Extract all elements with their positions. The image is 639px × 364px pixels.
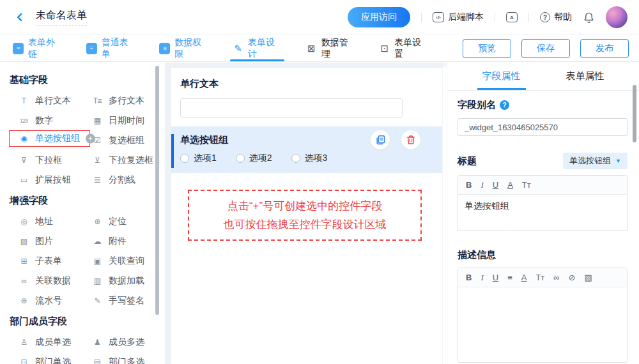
radio-option-1[interactable]: 选项1 [180,153,217,164]
font-size-icon[interactable]: Tт [522,180,531,190]
publish-button[interactable]: 发布 [580,39,629,58]
canvas-scrollbar-thumb[interactable] [443,66,447,364]
sidebar-item-attachment[interactable]: ☁ 附件 [83,231,165,251]
backend-script-label: 后端脚本 [448,11,484,23]
sidebar-item-single-line-text[interactable]: T 单行文本 [10,91,83,110]
italic-icon[interactable]: I [481,273,483,283]
data-manage-icon: ⊠ [306,43,317,54]
form-canvas[interactable]: 单行文本 单选按钮组 选项1 选项2 [171,68,442,364]
link-icon[interactable]: ∞ [553,273,559,282]
help-button[interactable]: ? 帮助 [540,11,572,23]
sidebar-item-member-single[interactable]: ♙ 成员单选 [10,332,83,352]
underline-icon[interactable]: U [493,273,498,282]
title-editor-content[interactable]: 单选按钮组 [458,195,627,231]
title-field-dropdown[interactable]: 单选按钮组 ▼ [563,153,627,169]
description-label: 描述信息 [458,249,627,261]
description-editor-toolbar: B I U ≡ A Tт ∞ ⊘ ▧ [458,268,627,287]
font-color-icon[interactable]: A [507,180,513,190]
number-icon: 123 [17,118,30,124]
insert-image-icon[interactable]: ▧ [584,273,592,282]
sidebar-item-member-multi[interactable]: ♟ 成员多选 [83,332,165,352]
tab-data-permission[interactable]: ılı 数据权限 [159,35,208,61]
font-size-icon[interactable]: Tт [535,273,544,282]
alias-help-icon[interactable]: ? [500,100,509,110]
sidebar-item-radio-group[interactable]: ◉ 单选按钮组 + [9,130,90,147]
backend-script-button[interactable]: ‹/› 后端脚本 [433,11,484,23]
notification-button[interactable] [583,11,595,24]
unlink-icon[interactable]: ⊘ [569,273,576,282]
sidebar-item-linked-data[interactable]: ∞ 关联数据 [10,271,83,291]
underline-icon[interactable]: U [493,180,498,190]
app-access-button[interactable]: 应用访问 [348,7,410,27]
dept-multi-icon: ▤ [91,358,104,364]
font-color-icon[interactable]: A [521,273,527,282]
radio-option-2[interactable]: 选项2 [236,153,272,164]
preview-button[interactable]: 预览 [463,39,511,58]
back-button[interactable] [13,9,29,26]
enhanced-fields-grid: ◎ 地址 ⊕ 定位 ▧ 图片 ☁ 附件 ⊞ 子表单 [10,211,165,310]
sidebar-scrollbar[interactable] [155,66,159,315]
sidebar-item-data-load[interactable]: ▥ 数据加载 [83,271,165,291]
user-avatar[interactable] [606,6,627,28]
sidebar-item-signature[interactable]: ✎ 手写签名 [83,291,165,310]
title-row: 标题 单选按钮组 ▼ [458,153,627,169]
form-designer-app: 未命名表单 应用访问 ‹/› 后端脚本 A ? 帮助 ∞ [0,0,639,364]
form-title[interactable]: 未命名表单 [36,9,87,26]
canvas-scrollbar-track[interactable] [442,63,447,364]
sidebar-item-datetime[interactable]: ▦ 日期时间 [83,110,165,130]
sidebar-item-address[interactable]: ◎ 地址 [10,211,83,231]
member-multi-icon: ♟ [91,338,104,347]
radio-circle-icon[interactable] [180,154,189,163]
serial-number-icon: ⊜ [17,296,30,305]
sidebar-item-dropdown[interactable]: ⊽ 下拉框 [10,150,83,170]
add-field-plus-icon[interactable]: + [86,134,95,144]
sidebar-item-dropdown-multi[interactable]: ⊻ 下拉复选框 [83,150,165,170]
sidebar-item-location[interactable]: ⊕ 定位 [83,211,165,231]
bold-icon[interactable]: B [466,180,472,190]
chevron-down-icon: ▼ [615,158,621,164]
radio-circle-icon[interactable] [291,154,300,163]
tab-plain-form[interactable]: ≡ 普通表单 [86,35,135,61]
duplicate-field-button[interactable] [371,130,390,149]
bold-icon[interactable]: B [466,273,472,282]
sidebar-item-image[interactable]: ▧ 图片 [10,231,83,251]
radio-option-3[interactable]: 选项3 [291,153,328,164]
field-alias-input[interactable] [458,118,627,136]
tab-field-properties[interactable]: 字段属性 [477,63,526,90]
contact-book-button[interactable]: A [506,12,518,22]
description-editor: B I U ≡ A Tт ∞ ⊘ ▧ [458,268,627,363]
italic-icon[interactable]: I [481,180,483,190]
save-button[interactable]: 保存 [521,39,570,58]
dropdown-icon: ⊽ [17,156,30,165]
sidebar-item-divider-line[interactable]: ☰ 分割线 [83,170,165,190]
tab-form-settings[interactable]: ⊡ 表单设置 [379,35,428,61]
question-icon: ? [540,12,550,22]
selected-radio-group-field[interactable]: 单选按钮组 选项1 选项2 选项3 [171,126,442,173]
tab-data-manage[interactable]: ⊠ 数据管理 [306,35,355,61]
sidebar-item-dept-multi[interactable]: ▤ 部门多选 [83,352,165,364]
tab-form-external-link[interactable]: ∞ 表单外链 [13,35,62,61]
sidebar-item-linked-query[interactable]: ▣ 关联查询 [83,251,165,271]
sidebar-item-subform[interactable]: ⊞ 子表单 [10,251,83,271]
panel-scrollbar[interactable] [633,85,636,142]
section-title-basic-fields: 基础字段 [10,74,165,86]
sidebar-item-dept-single[interactable]: ⊡ 部门单选 [10,352,83,364]
radio-circle-icon[interactable] [236,154,245,163]
sidebar-item-number[interactable]: 123 数字 [10,110,83,130]
single-line-text-input[interactable] [180,98,403,118]
dept-single-icon: ⊡ [17,358,30,364]
sidebar-item-serial-number[interactable]: ⊜ 流水号 [10,291,83,310]
form-settings-icon: ⊡ [379,43,390,54]
divider [495,13,495,22]
sidebar-item-checkbox-group[interactable]: ☑ 复选框组 [83,130,165,150]
description-editor-content[interactable] [458,287,627,362]
sidebar-item-extend-button[interactable]: ▭ 扩展按钮 [10,170,83,190]
hint-box: 点击“+”号可创建选中的控件字段 也可按住拖拽至控件字段设计区域 [188,190,422,241]
sidebar-item-multi-line-text[interactable]: T≡ 多行文本 [83,91,165,110]
address-icon: ◎ [17,217,30,226]
divider [421,13,422,22]
align-icon[interactable]: ≡ [507,273,512,282]
tab-form-properties[interactable]: 表单属性 [561,63,610,90]
delete-field-button[interactable] [401,130,420,149]
tab-form-design[interactable]: ✎ 表单设计 [233,35,282,61]
